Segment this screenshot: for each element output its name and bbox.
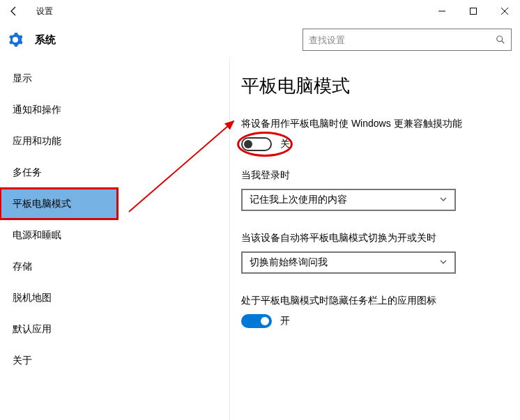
signin-select[interactable]: 记住我上次使用的内容 <box>241 189 456 211</box>
svg-point-2 <box>497 36 503 42</box>
sidebar-item-offline-maps[interactable]: 脱机地图 <box>0 282 229 313</box>
maximize-button[interactable] <box>457 0 489 22</box>
gear-icon <box>8 33 22 47</box>
sidebar-item-multitask[interactable]: 多任务 <box>0 157 229 188</box>
sidebar-item-label: 通知和操作 <box>13 104 61 116</box>
hide-icons-state: 开 <box>280 315 290 327</box>
toggle1-state: 关 <box>280 138 290 150</box>
search-icon <box>496 35 505 45</box>
signin-value: 记住我上次使用的内容 <box>250 194 347 206</box>
sidebar-item-tablet-mode[interactable]: 平板电脑模式 <box>0 188 118 219</box>
sidebar-item-label: 显示 <box>13 72 32 85</box>
sidebar-item-label: 默认应用 <box>13 323 52 336</box>
signin-label: 当我登录时 <box>241 169 500 182</box>
auto-switch-label: 当该设备自动将平板电脑模式切换为开或关时 <box>241 232 500 244</box>
auto-switch-select[interactable]: 切换前始终询问我 <box>241 251 456 274</box>
header-title: 系统 <box>35 33 56 47</box>
sidebar-item-label: 平板电脑模式 <box>13 198 71 210</box>
sidebar-item-storage[interactable]: 存储 <box>0 251 229 282</box>
sidebar: 显示 通知和操作 应用和功能 多任务 平板电脑模式 电源和睡眠 存储 脱机地图 … <box>0 57 230 420</box>
close-button[interactable] <box>489 0 520 22</box>
search-field[interactable] <box>309 35 483 45</box>
search-input[interactable] <box>303 29 512 51</box>
hide-taskbar-icons-toggle[interactable] <box>241 314 272 328</box>
back-button[interactable] <box>0 0 28 22</box>
sidebar-item-label: 脱机地图 <box>13 292 52 304</box>
chevron-down-icon <box>439 257 448 268</box>
sidebar-item-label: 多任务 <box>13 166 42 179</box>
minimize-button[interactable] <box>426 0 457 22</box>
page-title: 平板电脑模式 <box>241 74 500 98</box>
sidebar-item-default-apps[interactable]: 默认应用 <box>0 313 229 345</box>
sidebar-item-notifications[interactable]: 通知和操作 <box>0 94 229 125</box>
chevron-down-icon <box>439 194 448 205</box>
sidebar-item-label: 关于 <box>13 355 32 367</box>
sidebar-item-label: 电源和睡眠 <box>13 229 61 242</box>
hide-icons-label: 处于平板电脑模式时隐藏任务栏上的应用图标 <box>241 295 500 307</box>
toggle1-label: 将设备用作平板电脑时使 Windows 更兼容触摸功能 <box>241 118 500 130</box>
svg-rect-1 <box>470 8 476 15</box>
sidebar-item-display[interactable]: 显示 <box>0 63 229 94</box>
sidebar-item-about[interactable]: 关于 <box>0 345 229 376</box>
auto-switch-value: 切换前始终询问我 <box>250 256 328 269</box>
sidebar-item-apps-features[interactable]: 应用和功能 <box>0 125 229 157</box>
window-title: 设置 <box>36 6 53 17</box>
sidebar-item-label: 存储 <box>13 260 32 273</box>
sidebar-item-label: 应用和功能 <box>13 135 61 148</box>
sidebar-item-power-sleep[interactable]: 电源和睡眠 <box>0 219 229 251</box>
svg-line-3 <box>502 41 505 44</box>
tablet-mode-toggle[interactable] <box>241 137 272 151</box>
